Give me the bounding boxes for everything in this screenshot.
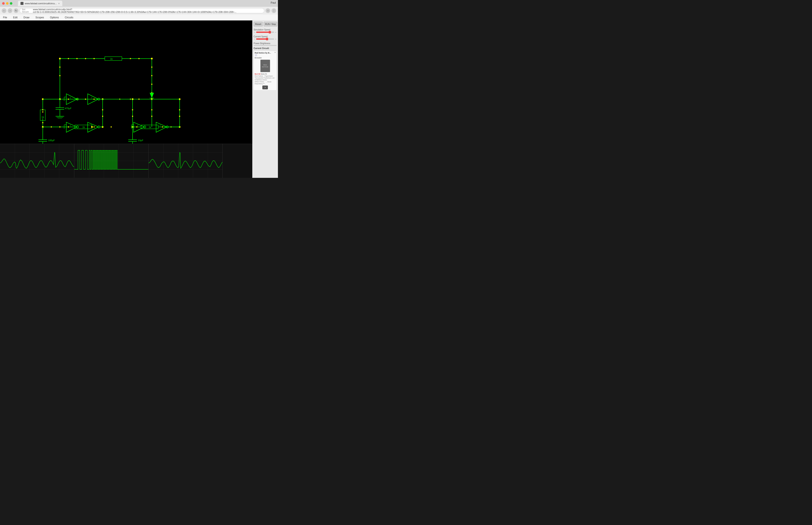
- resistor-label-1k-br: 1k: [148, 126, 151, 129]
- ad-price-row: $12.50 $16.79: [255, 73, 276, 75]
- power-brightness-section: Power Brightness: [253, 41, 277, 46]
- sim-speed-slider-row[interactable]: ← →: [253, 31, 277, 33]
- sim-speed-track[interactable]: [256, 32, 274, 33]
- svg-point-13: [93, 58, 95, 59]
- capacitor-label-10: 10μF: [138, 139, 143, 141]
- current-speed-section: Current Speed ← →: [253, 34, 277, 40]
- url-text: www.falstad.com/circuit/circuitjs.html?c…: [33, 8, 262, 13]
- svg-point-116: [151, 109, 153, 110]
- ad-block: Red Notice by B... ✕ ⓘ Browder REDNOTICE…: [253, 51, 277, 90]
- svg-point-18: [151, 84, 153, 85]
- svg-point-120: [179, 109, 180, 110]
- svg-point-15: [138, 58, 140, 59]
- ad-title: Red Notice by B...: [255, 52, 276, 54]
- svg-point-122: [42, 109, 43, 110]
- address-bar[interactable]: Not Secure www.falstad.com/circuit/circu…: [20, 8, 264, 13]
- svg-point-8: [59, 75, 60, 76]
- svg-rect-3: [105, 57, 122, 61]
- maximize-button[interactable]: [10, 2, 12, 5]
- svg-point-10: [68, 58, 69, 59]
- svg-rect-151: [223, 144, 252, 178]
- menu-scopes[interactable]: Scopes: [34, 16, 45, 19]
- ad-close-button[interactable]: ✕: [274, 51, 276, 54]
- svg-point-12: [85, 58, 86, 59]
- menu-button[interactable]: ⋮: [272, 8, 276, 13]
- menu-options[interactable]: Options: [49, 16, 60, 19]
- svg-point-28: [93, 99, 95, 100]
- control-buttons: Reset RUN / Stop: [253, 22, 277, 27]
- close-button[interactable]: [2, 2, 5, 5]
- browser-tab[interactable]: www.falstad.com/circuit/circu... ✕: [18, 1, 62, 6]
- tab-close-icon[interactable]: ✕: [58, 2, 60, 5]
- sim-speed-section: Simulation Speed ← →: [253, 28, 277, 33]
- svg-point-123: [42, 111, 43, 112]
- svg-point-117: [151, 116, 153, 117]
- svg-point-16: [151, 66, 153, 68]
- menu-circuits[interactable]: Circuits: [63, 16, 74, 19]
- ad-subtitle: Browder: [255, 57, 276, 59]
- ad-description: Red Notice · Paperback · Transworld Publ…: [255, 75, 276, 85]
- scope-panel-3[interactable]: 5.11 V capacitor, 10 µF: [148, 144, 223, 178]
- power-brightness-label: Power Brightness: [253, 42, 277, 45]
- current-circuit-label: Current Circuit:: [253, 47, 277, 49]
- forward-button[interactable]: →: [8, 8, 12, 13]
- svg-point-57: [50, 126, 52, 127]
- sim-speed-label: Simulation Speed: [253, 29, 277, 31]
- svg-point-27: [85, 99, 86, 100]
- reset-button[interactable]: Reset: [253, 22, 263, 27]
- current-speed-label: Current Speed: [253, 35, 277, 38]
- reload-button[interactable]: ↻: [14, 8, 18, 13]
- svg-point-17: [151, 75, 153, 76]
- ad-next-button[interactable]: >: [262, 86, 268, 89]
- svg-point-119: [132, 116, 133, 117]
- ad-old-price: $16.79: [261, 73, 267, 75]
- svg-point-88: [162, 126, 163, 127]
- svg-point-6: [59, 58, 61, 60]
- svg-text:1: 1: [91, 96, 92, 99]
- svg-text:1: 1: [91, 124, 92, 126]
- not-secure-label: Not Secure: [22, 8, 32, 13]
- current-speed-left-arrow[interactable]: ←: [253, 38, 256, 40]
- circuit-canvas[interactable]: 1k: [0, 20, 252, 178]
- svg-point-126: [102, 116, 103, 117]
- svg-point-7: [151, 58, 153, 60]
- svg-point-125: [102, 109, 103, 110]
- menu-draw[interactable]: Draw: [22, 16, 31, 19]
- resistor-label-1k-top: 1k: [110, 58, 113, 60]
- ad-image: REDNOTICE: [260, 60, 270, 72]
- scope-panel-2[interactable]: 5 V wire: [74, 144, 148, 178]
- current-circuit-section: Current Circuit:: [253, 47, 277, 49]
- menu-file[interactable]: File: [2, 16, 8, 19]
- svg-point-118: [132, 109, 133, 110]
- svg-point-9: [59, 66, 60, 68]
- resistor-label-1k-left: 1k: [42, 116, 44, 118]
- svg-point-60: [93, 126, 95, 127]
- ad-price: $12.50: [255, 73, 261, 75]
- run-stop-button[interactable]: RUN / Stop: [264, 22, 277, 27]
- sim-speed-right-arrow[interactable]: →: [275, 31, 277, 33]
- capacitor-label-100: 100μF: [48, 139, 55, 141]
- current-speed-right-arrow[interactable]: →: [275, 38, 277, 40]
- ad-info-icon[interactable]: ⓘ: [255, 54, 257, 56]
- brightness-slider[interactable]: [253, 45, 277, 46]
- minimize-button[interactable]: [6, 2, 9, 5]
- back-button[interactable]: ←: [2, 8, 6, 13]
- current-speed-track[interactable]: [256, 39, 274, 40]
- scope-area: 5.11 V wire: [0, 144, 252, 178]
- scope-panel-1[interactable]: 5.11 V wire: [0, 144, 74, 178]
- menu-edit[interactable]: Edit: [12, 16, 19, 19]
- user-name: Paul: [271, 1, 276, 4]
- svg-point-14: [130, 58, 131, 59]
- svg-point-59: [68, 126, 69, 127]
- svg-point-62: [111, 126, 112, 127]
- svg-text:1: 1: [70, 96, 71, 99]
- svg-point-11: [76, 58, 78, 59]
- capacitor-label-470: 470μF: [65, 107, 72, 110]
- bookmark-button[interactable]: ☆: [265, 8, 270, 13]
- svg-point-124: [42, 122, 43, 123]
- right-panel: Reset RUN / Stop Simulation Speed ← → Cu…: [252, 20, 278, 178]
- tab-title: www.falstad.com/circuit/circu...: [25, 2, 57, 5]
- current-speed-slider-row[interactable]: ← →: [253, 38, 277, 40]
- sim-speed-left-arrow[interactable]: ←: [253, 31, 256, 33]
- svg-point-31: [138, 99, 140, 100]
